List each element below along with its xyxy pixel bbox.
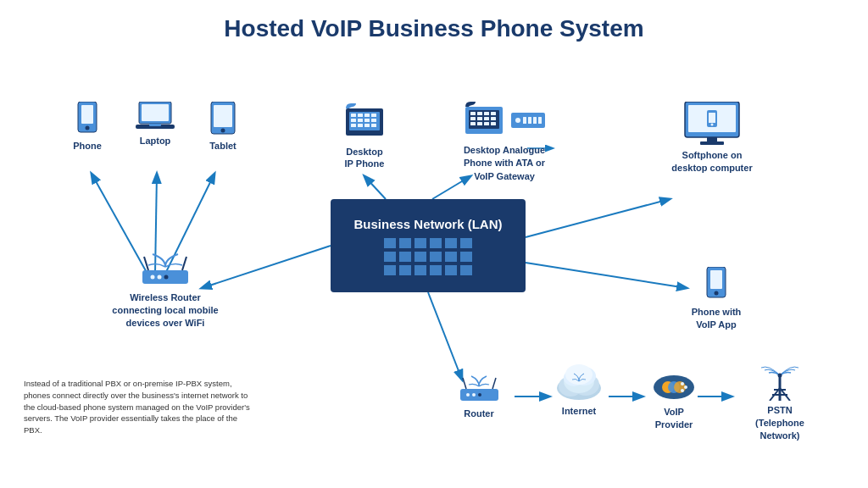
svg-rect-50	[491, 122, 496, 125]
svg-rect-56	[538, 117, 542, 124]
svg-rect-29	[351, 119, 356, 122]
svg-rect-36	[371, 124, 376, 127]
svg-line-69	[182, 257, 186, 270]
svg-point-15	[86, 126, 90, 130]
business-network-label: Business Network (LAN)	[353, 217, 502, 231]
svg-rect-26	[358, 114, 363, 117]
svg-rect-47	[470, 122, 476, 125]
svg-rect-34	[358, 124, 363, 127]
svg-rect-25	[351, 114, 356, 117]
node-router: Router	[445, 371, 513, 419]
svg-rect-30	[358, 119, 363, 122]
svg-rect-55	[533, 117, 537, 124]
svg-rect-43	[470, 117, 476, 120]
node-desktop-analogue: Desktop AnaloguePhone with ATA orVoIP Ga…	[432, 100, 576, 183]
svg-rect-40	[477, 112, 482, 115]
svg-rect-53	[523, 117, 526, 124]
svg-point-76	[478, 393, 481, 396]
svg-rect-62	[707, 137, 717, 141]
svg-rect-19	[149, 124, 161, 126]
svg-rect-39	[470, 112, 476, 115]
svg-line-3	[202, 246, 331, 288]
svg-rect-41	[484, 112, 489, 115]
svg-line-68	[144, 257, 148, 270]
node-wireless-router: Wireless Routerconnecting local mobilede…	[110, 250, 220, 330]
svg-rect-48	[477, 122, 482, 125]
svg-rect-28	[371, 114, 376, 117]
svg-point-65	[151, 275, 155, 280]
svg-rect-32	[371, 119, 376, 122]
svg-line-77	[463, 378, 466, 389]
svg-line-78	[492, 378, 496, 389]
svg-point-91	[684, 385, 687, 389]
svg-rect-44	[477, 117, 482, 120]
svg-line-8	[428, 292, 462, 380]
node-phone-voip: Phone withVoIP App	[678, 267, 754, 331]
svg-rect-46	[491, 117, 496, 120]
svg-point-98	[777, 374, 782, 378]
svg-line-4	[364, 176, 386, 199]
svg-rect-17	[142, 104, 169, 121]
node-pstn: PSTN(TelephoneNetwork)	[737, 354, 822, 442]
svg-point-92	[681, 389, 684, 392]
svg-point-74	[466, 393, 470, 396]
svg-line-6	[526, 199, 670, 237]
node-tablet: Tablet	[193, 102, 253, 151]
svg-rect-33	[351, 124, 356, 127]
svg-point-89	[674, 381, 686, 393]
svg-point-61	[711, 124, 714, 126]
svg-rect-45	[484, 117, 489, 120]
svg-rect-14	[81, 105, 93, 124]
svg-point-66	[158, 275, 162, 280]
page-title: Hosted VoIP Business Phone System	[0, 0, 868, 51]
svg-point-85	[565, 364, 593, 385]
node-laptop: Laptop	[125, 102, 185, 146]
svg-line-7	[526, 263, 687, 288]
node-voip-provider: VoIPProvider	[640, 369, 708, 431]
svg-rect-49	[484, 122, 489, 125]
svg-rect-35	[364, 124, 370, 127]
svg-point-90	[681, 382, 684, 385]
node-desktop-ip: DesktopIP Phone	[326, 102, 403, 170]
svg-rect-31	[364, 119, 370, 122]
svg-rect-71	[710, 270, 722, 289]
svg-rect-21	[214, 105, 232, 127]
svg-rect-63	[700, 141, 724, 145]
diagram-area: Phone Laptop Tablet	[0, 51, 868, 483]
svg-point-67	[164, 275, 169, 280]
svg-rect-60	[709, 113, 715, 123]
svg-rect-54	[528, 117, 531, 124]
node-softphone: Softphone ondesktop computer	[661, 102, 763, 175]
info-text-box: Instead of a traditional PBX or on-premi…	[24, 378, 253, 436]
business-network-box: Business Network (LAN)	[331, 199, 526, 292]
svg-rect-27	[364, 114, 370, 117]
svg-point-72	[715, 291, 719, 296]
svg-point-75	[472, 393, 476, 396]
svg-point-22	[221, 129, 225, 133]
node-internet: Internet	[545, 364, 613, 416]
node-phone: Phone	[58, 102, 117, 151]
svg-rect-42	[491, 112, 496, 115]
svg-point-52	[515, 118, 520, 123]
